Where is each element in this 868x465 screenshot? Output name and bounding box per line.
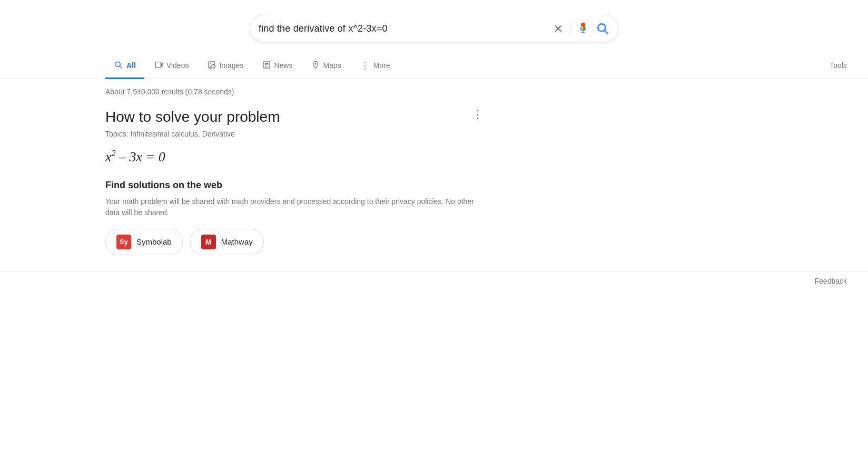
- svg-rect-8: [155, 62, 161, 67]
- feedback-row: Feedback: [0, 272, 868, 290]
- search-bar-icons: [553, 21, 609, 36]
- symbolab-label: Symbolab: [136, 237, 172, 246]
- search-bar-divider: [570, 21, 570, 36]
- svg-point-16: [315, 63, 317, 64]
- tab-images-label: Images: [219, 61, 243, 70]
- more-dots-icon: ⋮: [360, 60, 370, 71]
- tab-videos-label: Videos: [166, 61, 189, 70]
- tab-maps[interactable]: Maps: [303, 54, 349, 79]
- clear-icon[interactable]: [553, 23, 564, 34]
- svg-line-5: [605, 31, 608, 34]
- tab-news-label: News: [274, 61, 292, 70]
- featured-box: ⋮ How to solve your problem Topics: Infi…: [105, 109, 506, 255]
- more-options-button[interactable]: ⋮: [472, 109, 485, 120]
- tools-tab[interactable]: Tools: [821, 55, 855, 78]
- find-solutions-title: Find solutions on the web: [105, 180, 506, 191]
- all-search-icon: [114, 60, 123, 71]
- tab-more-label: More: [373, 61, 390, 70]
- maps-icon: [311, 61, 320, 71]
- mathway-logo: M: [201, 235, 216, 249]
- svg-line-7: [120, 66, 122, 68]
- nav-tools: Tools: [821, 54, 868, 77]
- mic-icon[interactable]: [577, 22, 589, 35]
- tab-all-label: All: [126, 61, 136, 70]
- tab-videos[interactable]: Videos: [146, 54, 198, 79]
- tab-all[interactable]: All: [105, 54, 144, 79]
- symbolab-logo: Sy: [116, 235, 131, 249]
- tab-maps-label: Maps: [323, 61, 341, 70]
- featured-title: How to solve your problem: [105, 109, 506, 125]
- mathway-button[interactable]: M Mathway: [190, 229, 264, 255]
- tab-more[interactable]: ⋮ More: [352, 53, 399, 79]
- search-query-text: find the derivative of x^2-3x=0: [259, 23, 553, 34]
- images-icon: [208, 61, 216, 71]
- search-bar-container: find the derivative of x^2-3x=0: [0, 0, 868, 53]
- nav-tabs: All Videos Images: [0, 53, 868, 79]
- provider-buttons: Sy Symbolab M Mathway: [105, 229, 506, 255]
- featured-topics: Topics: Infinitesimal calculus, Derivati…: [105, 130, 506, 138]
- search-bar: find the derivative of x^2-3x=0: [250, 15, 618, 42]
- feedback-link[interactable]: Feedback: [815, 277, 847, 285]
- results-stats: About 7,940,000 results (0.78 seconds): [105, 88, 506, 96]
- news-icon: [262, 61, 271, 71]
- tools-label: Tools: [830, 61, 847, 70]
- symbolab-button[interactable]: Sy Symbolab: [105, 229, 183, 255]
- results-container: About 7,940,000 results (0.78 seconds) ⋮…: [0, 79, 506, 255]
- tab-images[interactable]: Images: [199, 54, 252, 79]
- math-equation: x2 – 3x = 0: [105, 149, 506, 165]
- mathway-label: Mathway: [221, 237, 253, 246]
- tab-news[interactable]: News: [254, 54, 301, 79]
- videos-icon: [155, 61, 163, 71]
- svg-point-11: [210, 63, 211, 64]
- privacy-notice: Your math problem will be shared with ma…: [105, 196, 485, 218]
- search-submit-icon[interactable]: [596, 22, 609, 35]
